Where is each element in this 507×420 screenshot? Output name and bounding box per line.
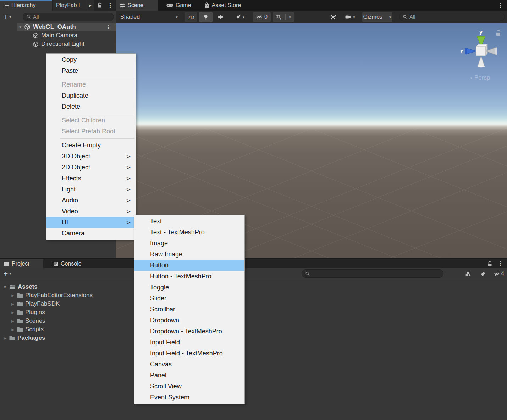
collapse-triangle-icon[interactable]: ▶ xyxy=(11,328,15,332)
toggle-2d-button[interactable]: 2D xyxy=(185,12,197,22)
hierarchy-add-button[interactable]: + ▾ xyxy=(4,13,11,21)
context-menu-item[interactable]: Paste > xyxy=(46,65,136,76)
submenu-item[interactable]: Image xyxy=(134,238,244,249)
project-tree-item[interactable]: ▼ ▶ PlayFabEditorExtensions xyxy=(0,291,507,300)
gizmo-cube[interactable] xyxy=(476,44,487,56)
tab-playfab[interactable]: PlayFab I xyxy=(53,0,87,11)
unlock-icon[interactable] xyxy=(496,31,500,36)
project-tree-item[interactable]: ▼ ▶ Plugins xyxy=(0,308,507,317)
unlock-icon[interactable] xyxy=(97,2,102,8)
submenu-item[interactable]: Raw Image xyxy=(134,249,244,260)
context-menu-item[interactable]: Select Prefab Root > xyxy=(46,126,136,137)
project-add-button[interactable]: + ▾ xyxy=(4,270,11,277)
context-menu-item[interactable]: > xyxy=(46,137,136,140)
submenu-item[interactable]: Text xyxy=(134,216,244,227)
submenu-item[interactable]: Event System xyxy=(134,392,244,403)
expand-triangle-icon[interactable]: ▼ xyxy=(18,25,23,29)
project-search-input[interactable] xyxy=(302,269,443,278)
project-hidden-count-button[interactable]: 4 xyxy=(491,269,507,278)
orientation-gizmo[interactable]: y z ‹ Persp xyxy=(456,26,506,83)
collapse-triangle-icon[interactable]: ▶ xyxy=(11,302,15,306)
submenu-item[interactable]: Button - TextMeshPro xyxy=(134,271,244,282)
context-menu-item[interactable]: UI > xyxy=(46,217,136,228)
tab-project[interactable]: Project xyxy=(0,259,43,268)
tab-scene[interactable]: Scene xyxy=(116,0,158,11)
project-tree-item[interactable]: ▼ ▶ PlayFabSDK xyxy=(0,300,507,308)
search-by-label-button[interactable] xyxy=(476,269,490,278)
scene-kebab-menu-icon[interactable]: ⋮ xyxy=(106,24,111,30)
menu-item-label: Duplicate xyxy=(62,92,88,99)
context-menu-item[interactable]: Delete > xyxy=(46,101,136,112)
submenu-item[interactable]: Canvas xyxy=(134,359,244,370)
unlock-icon[interactable] xyxy=(487,261,492,267)
scene-tools-button[interactable] xyxy=(326,12,339,22)
tab-game[interactable]: Game xyxy=(163,0,195,11)
scene-visibility-toggle[interactable]: 0 xyxy=(253,12,271,22)
context-menu-item[interactable]: Rename > xyxy=(46,79,136,90)
context-menu-item[interactable]: 2D Object > xyxy=(46,162,136,173)
menu-item-label: Delete xyxy=(62,103,80,110)
axis-y-negative-cone[interactable] xyxy=(478,56,485,67)
project-tree-item[interactable]: ▼ ▶ Assets xyxy=(0,283,507,291)
submenu-item[interactable]: Panel xyxy=(134,370,244,381)
axis-z-cone[interactable] xyxy=(466,48,476,54)
collapse-triangle-icon[interactable]: ▶ xyxy=(11,294,15,298)
collapse-triangle-icon[interactable]: ▶ xyxy=(3,336,7,340)
scene-camera-dropdown[interactable]: ▾ xyxy=(341,12,359,22)
context-menu-item[interactable]: Select Children > xyxy=(46,115,136,126)
hierarchy-item-main-camera[interactable]: Main Camera xyxy=(0,31,116,40)
context-menu-item[interactable]: Camera > xyxy=(46,228,136,239)
shading-mode-dropdown[interactable]: Shaded ▾ xyxy=(117,12,181,22)
scene-search-input[interactable]: All xyxy=(399,13,505,21)
context-menu-item[interactable]: Video > xyxy=(46,206,136,217)
search-by-type-button[interactable] xyxy=(461,269,475,278)
project-tree-item[interactable]: ▼ ▶ Scripts xyxy=(0,325,507,334)
hierarchy-search-input[interactable]: All xyxy=(23,13,114,21)
scene-grid-dropdown[interactable]: Y ▾ xyxy=(273,12,294,22)
submenu-item[interactable]: Slider xyxy=(134,293,244,304)
submenu-item[interactable]: Text - TextMeshPro xyxy=(134,227,244,238)
hierarchy-kebab-menu-icon[interactable]: ⋮ xyxy=(107,2,113,9)
context-menu-item[interactable]: Effects > xyxy=(46,173,136,184)
submenu-item[interactable]: Scroll View xyxy=(134,381,244,392)
project-tree-item[interactable]: ▼ ▶ Packages xyxy=(0,334,507,342)
projection-mode-label[interactable]: Persp xyxy=(474,74,490,81)
project-kebab-menu-icon[interactable]: ⋮ xyxy=(497,261,503,267)
submenu-item[interactable]: Scrollbar xyxy=(134,304,244,315)
context-menu-item[interactable]: Duplicate > xyxy=(46,90,136,101)
submenu-arrow-icon: > xyxy=(126,162,131,173)
project-item-label: PlayFabSDK xyxy=(25,300,60,307)
submenu-arrow-icon: > xyxy=(126,151,131,162)
scene-name-label: WebGL_OAuth_ xyxy=(33,23,79,31)
divider xyxy=(386,14,386,20)
scene-audio-toggle[interactable] xyxy=(214,12,227,22)
submenu-item[interactable]: Dropdown - TextMeshPro xyxy=(134,326,244,337)
expand-triangle-icon[interactable]: ▼ xyxy=(3,285,7,289)
project-tree-item[interactable]: ▼ ▶ Scenes xyxy=(0,317,507,325)
context-menu-item[interactable]: > xyxy=(46,76,136,79)
gizmos-dropdown[interactable]: Gizmos ▾ xyxy=(362,12,392,22)
tab-overflow-button[interactable]: ▶ xyxy=(87,0,94,11)
submenu-item[interactable]: Input Field - TextMeshPro xyxy=(134,348,244,359)
context-menu-item[interactable]: Copy > xyxy=(46,54,136,65)
scene-kebab-menu-icon[interactable]: ⋮ xyxy=(497,2,503,9)
menu-item-label: Input Field xyxy=(150,339,180,346)
context-menu-item[interactable]: Light > xyxy=(46,184,136,195)
context-menu-item[interactable]: 3D Object > xyxy=(46,151,136,162)
context-menu-item[interactable]: > xyxy=(46,112,136,115)
submenu-item[interactable]: Toggle xyxy=(134,282,244,293)
context-menu-item[interactable]: Audio > xyxy=(46,195,136,206)
scene-lighting-toggle[interactable] xyxy=(199,12,213,22)
scene-effects-dropdown[interactable]: ▾ xyxy=(229,12,251,22)
scene-header-row[interactable]: ▼ WebGL_OAuth_ ⋮ xyxy=(0,23,116,31)
submenu-item[interactable]: Dropdown xyxy=(134,315,244,326)
tab-asset-store[interactable]: Asset Store xyxy=(200,0,245,11)
submenu-item[interactable]: Button xyxy=(134,260,244,271)
collapse-triangle-icon[interactable]: ▶ xyxy=(11,319,15,323)
tab-console[interactable]: Console xyxy=(50,259,85,268)
tab-hierarchy[interactable]: Hierarchy xyxy=(0,0,52,11)
hierarchy-item-directional-light[interactable]: Directional Light xyxy=(0,40,116,48)
collapse-triangle-icon[interactable]: ▶ xyxy=(11,311,15,315)
context-menu-item[interactable]: Create Empty > xyxy=(46,140,136,151)
submenu-item[interactable]: Input Field xyxy=(134,337,244,348)
